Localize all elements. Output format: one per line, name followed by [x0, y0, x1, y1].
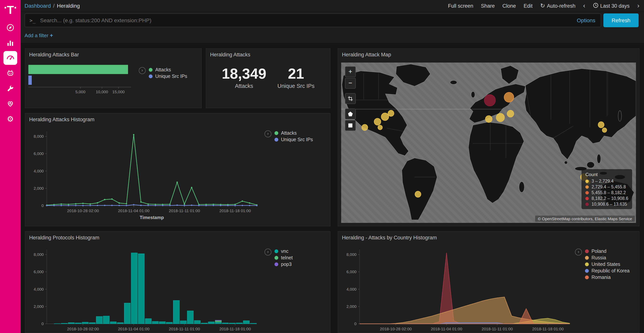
sidebar-item-management[interactable]: ⚙: [3, 112, 18, 126]
svg-text:4,000: 4,000: [346, 287, 356, 291]
world-map[interactable]: + − Count3 – 2,729.42,729.4 – 5,455.85,4…: [341, 63, 636, 223]
legend-item[interactable]: Attacks: [149, 67, 187, 73]
search-input[interactable]: [39, 17, 571, 24]
logo-dot: [4, 7, 6, 9]
legend-collapse-icon[interactable]: ›: [264, 249, 272, 255]
svg-text:2018-11-18 01:00: 2018-11-18 01:00: [219, 327, 251, 331]
options-link[interactable]: Options: [577, 17, 596, 24]
svg-text:6,000: 6,000: [34, 151, 44, 156]
query-bar: >_ Options Refresh: [21, 12, 644, 29]
zoom-out-button[interactable]: −: [345, 78, 356, 89]
auto-refresh-button[interactable]: ↻Auto-refresh: [540, 2, 576, 9]
legend-color-dot: [274, 249, 278, 253]
sidebar-item-visualize[interactable]: [3, 36, 18, 50]
svg-text:2018-11-04 01:00: 2018-11-04 01:00: [118, 327, 149, 331]
panel-attacks-metric: Heralding Attacks 18,349 Attacks 21 Uniq…: [206, 48, 330, 108]
sidebar-item-devtools[interactable]: [3, 81, 18, 96]
legend-collapse-icon[interactable]: ›: [139, 67, 146, 74]
legend-color-dot: [149, 74, 152, 78]
draw-polygon-button[interactable]: [345, 109, 356, 119]
svg-text:4,000: 4,000: [34, 169, 44, 173]
legend-color-dot: [274, 262, 278, 266]
zoom-in-button[interactable]: +: [345, 66, 356, 77]
legend-color-dot: [585, 275, 589, 279]
map-legend-title: Count: [585, 172, 628, 177]
legend-item[interactable]: Russia: [585, 255, 630, 260]
svg-text:8,000: 8,000: [34, 134, 44, 139]
time-forward-button[interactable]: ›: [637, 3, 640, 9]
legend-item[interactable]: Unique Src IPs: [149, 74, 187, 79]
svg-text:2018-11-11 01:00: 2018-11-11 01:00: [482, 327, 513, 331]
svg-text:2018-11-18 01:00: 2018-11-18 01:00: [532, 327, 564, 331]
map-attribution: © OpenStreetMap contributors, Elastic Ma…: [535, 216, 635, 222]
sidebar-item-monitoring[interactable]: [3, 96, 18, 111]
svg-text:4,000: 4,000: [34, 287, 44, 291]
svg-text:8,000: 8,000: [346, 252, 356, 257]
sidebar-item-sentinl[interactable]: [3, 66, 18, 80]
metric-attacks: 18,349 Attacks: [222, 66, 266, 89]
country-area-chart[interactable]: 02,0004,0006,0008,0002018-10-28 02:00201…: [340, 245, 573, 333]
map-legend-row: 10,908.6 – 13,635: [585, 202, 628, 206]
legend-label: telnet: [281, 255, 293, 260]
legend-color-dot: [585, 262, 589, 266]
map-count-legend: Count3 – 2,729.42,729.4 – 5,455.85,455.8…: [582, 169, 632, 209]
legend-item[interactable]: Romania: [585, 275, 630, 280]
legend-label: United States: [592, 262, 620, 267]
metric-group: 18,349 Attacks 21 Unique Src IPs: [206, 66, 330, 89]
legend-item[interactable]: pop3: [274, 262, 293, 267]
sidebar-item-dashboard[interactable]: [4, 51, 17, 65]
svg-text:2,000: 2,000: [346, 304, 356, 309]
full-screen-button[interactable]: Full screen: [448, 3, 473, 9]
breadcrumb-separator: /: [53, 3, 55, 9]
map-legend-dot: [585, 179, 589, 183]
add-filter-link[interactable]: Add a filter+: [24, 32, 53, 38]
share-button[interactable]: Share: [481, 3, 495, 9]
metric-label: Unique Src IPs: [278, 83, 314, 89]
map-legend-range: 10,908.6 – 13,635: [592, 202, 627, 206]
legend-label: Republic of Korea: [592, 268, 630, 273]
svg-text:2018-11-11 01:00: 2018-11-11 01:00: [169, 208, 200, 213]
attacks-line-chart[interactable]: 02,0004,0006,0008,0002018-10-28 02:00201…: [28, 127, 260, 223]
svg-text:5,000: 5,000: [75, 90, 86, 94]
refresh-button[interactable]: Refresh: [603, 14, 639, 27]
legend-item[interactable]: Poland: [585, 249, 630, 254]
svg-text:6,000: 6,000: [346, 269, 356, 274]
legend-item[interactable]: Republic of Korea: [585, 268, 630, 273]
legend-collapse-icon[interactable]: ›: [575, 249, 582, 255]
legend-collapse-icon[interactable]: ›: [264, 130, 272, 137]
svg-text:2018-11-18 01:00: 2018-11-18 01:00: [219, 208, 251, 213]
edit-button[interactable]: Edit: [524, 3, 533, 9]
legend-item[interactable]: vnc: [274, 249, 293, 254]
time-range-picker[interactable]: Last 30 days: [593, 3, 630, 9]
panel-attack-map: Heralding Attack Map: [338, 48, 640, 226]
refresh-arrow-icon: ↻: [540, 2, 545, 9]
map-legend-dot: [585, 197, 589, 200]
panel-title: Heralding Attacks: [206, 49, 330, 61]
map-legend-dot: [585, 185, 589, 189]
attacks-histogram-legend: ›AttacksUnique Src IPs: [264, 130, 313, 142]
telekom-logo[interactable]: T: [4, 0, 17, 20]
panel-attacks-histogram: Heralding Attacks Histogram 02,0004,0006…: [25, 113, 330, 226]
fit-data-bounds-button[interactable]: [345, 93, 356, 104]
clock-icon: [593, 3, 598, 9]
attacks-bar-chart[interactable]: 5,00010,00015,000: [28, 63, 138, 102]
app-sidebar: T ⚙: [0, 0, 21, 333]
draw-rectangle-button[interactable]: [345, 120, 356, 131]
legend-item[interactable]: Unique Src IPs: [274, 137, 313, 142]
protocols-bar-chart[interactable]: 02,0004,0006,0008,0002018-10-28 02:00201…: [28, 245, 260, 333]
sidebar-item-discover[interactable]: [3, 20, 18, 35]
time-back-button[interactable]: ‹: [583, 3, 585, 9]
legend-color-dot: [585, 269, 589, 273]
clone-button[interactable]: Clone: [502, 3, 516, 9]
map-legend-row: 3 – 2,729.4: [585, 179, 628, 183]
search-box: >_ Options: [24, 14, 601, 27]
kibana-dashboard: T ⚙ Dashboard / Heralding: [0, 0, 644, 333]
legend-item[interactable]: United States: [585, 262, 630, 267]
map-legend-dot: [585, 202, 589, 206]
panel-title: Heralding Attack Map: [338, 49, 639, 61]
legend-item[interactable]: telnet: [274, 255, 293, 260]
query-prompt-icon: >_: [30, 18, 36, 23]
protocols-legend: ›vnctelnetpop3: [264, 249, 293, 267]
legend-item[interactable]: Attacks: [274, 130, 313, 136]
breadcrumb-dashboard-link[interactable]: Dashboard: [24, 3, 51, 9]
